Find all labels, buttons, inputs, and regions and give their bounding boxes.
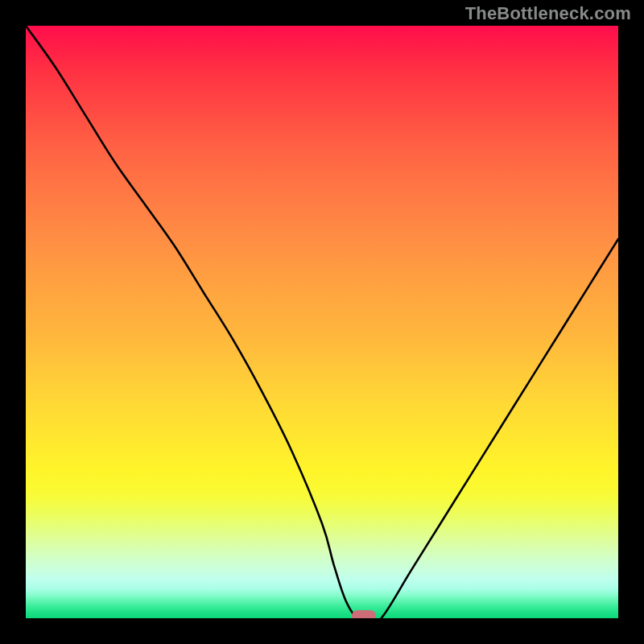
plot-area <box>26 26 618 618</box>
optimal-marker <box>352 610 376 618</box>
bottleneck-curve <box>26 26 618 618</box>
chart-frame: TheBottleneck.com <box>0 0 644 644</box>
watermark-label: TheBottleneck.com <box>465 3 631 24</box>
